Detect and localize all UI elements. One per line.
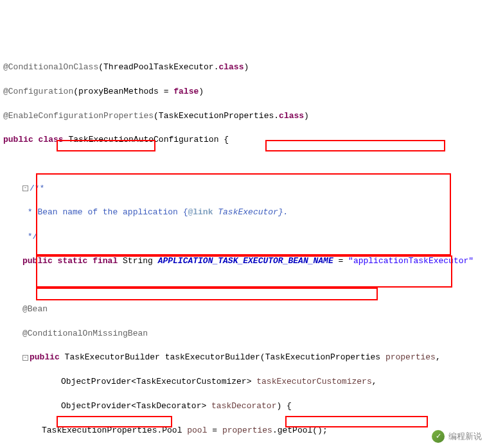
watermark: ✓ 编程新说 <box>432 430 482 443</box>
javadoc: -/** <box>3 183 484 195</box>
code-line: @ConditionalOnClass(ThreadPoolTaskExecut… <box>3 62 484 74</box>
code-line: ObjectProvider<TaskDecorator> taskDecora… <box>3 401 484 413</box>
wechat-icon: ✓ <box>432 430 445 443</box>
fold-icon[interactable]: - <box>22 355 28 361</box>
fold-icon[interactable]: - <box>22 185 28 191</box>
watermark-text: 编程新说 <box>448 431 482 443</box>
blank-line <box>3 279 484 291</box>
code-line: -public TaskExecutorBuilder taskExecutor… <box>3 352 484 364</box>
code-line: @ConditionalOnMissingBean <box>3 328 484 340</box>
code-line: public class TaskExecutionAutoConfigurat… <box>3 134 484 146</box>
javadoc: * Bean name of the application {@link Ta… <box>3 207 484 219</box>
code-line: @Bean <box>3 304 484 316</box>
code-line: TaskExecutionProperties.Pool pool = prop… <box>3 425 484 437</box>
code-editor[interactable]: @ConditionalOnClass(ThreadPoolTaskExecut… <box>0 48 487 448</box>
code-line: @Configuration(proxyBeanMethods = false) <box>3 86 484 98</box>
code-line: ObjectProvider<TaskExecutorCustomizer> t… <box>3 376 484 388</box>
javadoc: */ <box>3 231 484 243</box>
code-line: @EnableConfigurationProperties(TaskExecu… <box>3 110 484 123</box>
code-line: public static final String APPLICATION_T… <box>3 255 484 268</box>
blank-line <box>3 159 484 171</box>
